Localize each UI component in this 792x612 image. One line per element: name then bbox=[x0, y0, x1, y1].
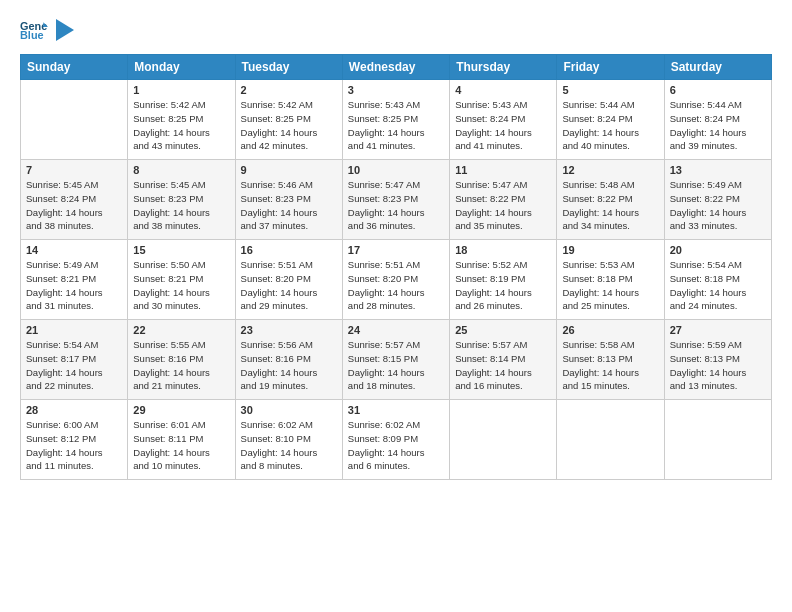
day-info: Sunrise: 5:58 AMSunset: 8:13 PMDaylight:… bbox=[562, 338, 658, 393]
day-number: 5 bbox=[562, 84, 658, 96]
daylight-text: Daylight: 14 hoursand 10 minutes. bbox=[133, 446, 229, 474]
day-number: 7 bbox=[26, 164, 122, 176]
day-info: Sunrise: 5:59 AMSunset: 8:13 PMDaylight:… bbox=[670, 338, 766, 393]
sunset-text: Sunset: 8:23 PM bbox=[133, 192, 229, 206]
calendar-cell bbox=[450, 400, 557, 480]
daylight-text: Daylight: 14 hoursand 31 minutes. bbox=[26, 286, 122, 314]
daylight-text: Daylight: 14 hoursand 33 minutes. bbox=[670, 206, 766, 234]
logo: General Blue bbox=[20, 16, 74, 44]
day-info: Sunrise: 5:47 AMSunset: 8:23 PMDaylight:… bbox=[348, 178, 444, 233]
day-info: Sunrise: 5:53 AMSunset: 8:18 PMDaylight:… bbox=[562, 258, 658, 313]
header-friday: Friday bbox=[557, 55, 664, 80]
day-number: 18 bbox=[455, 244, 551, 256]
day-info: Sunrise: 5:45 AMSunset: 8:23 PMDaylight:… bbox=[133, 178, 229, 233]
calendar-cell: 12Sunrise: 5:48 AMSunset: 8:22 PMDayligh… bbox=[557, 160, 664, 240]
sunset-text: Sunset: 8:18 PM bbox=[562, 272, 658, 286]
daylight-text: Daylight: 14 hoursand 19 minutes. bbox=[241, 366, 337, 394]
day-info: Sunrise: 5:44 AMSunset: 8:24 PMDaylight:… bbox=[670, 98, 766, 153]
header-thursday: Thursday bbox=[450, 55, 557, 80]
sunrise-text: Sunrise: 5:47 AM bbox=[455, 178, 551, 192]
calendar-cell: 26Sunrise: 5:58 AMSunset: 8:13 PMDayligh… bbox=[557, 320, 664, 400]
day-info: Sunrise: 6:01 AMSunset: 8:11 PMDaylight:… bbox=[133, 418, 229, 473]
day-info: Sunrise: 5:43 AMSunset: 8:24 PMDaylight:… bbox=[455, 98, 551, 153]
daylight-text: Daylight: 14 hoursand 11 minutes. bbox=[26, 446, 122, 474]
daylight-text: Daylight: 14 hoursand 42 minutes. bbox=[241, 126, 337, 154]
calendar-cell bbox=[557, 400, 664, 480]
sunrise-text: Sunrise: 5:52 AM bbox=[455, 258, 551, 272]
calendar-cell: 13Sunrise: 5:49 AMSunset: 8:22 PMDayligh… bbox=[664, 160, 771, 240]
calendar-cell: 11Sunrise: 5:47 AMSunset: 8:22 PMDayligh… bbox=[450, 160, 557, 240]
daylight-text: Daylight: 14 hoursand 37 minutes. bbox=[241, 206, 337, 234]
day-info: Sunrise: 5:49 AMSunset: 8:22 PMDaylight:… bbox=[670, 178, 766, 233]
day-info: Sunrise: 5:43 AMSunset: 8:25 PMDaylight:… bbox=[348, 98, 444, 153]
sunrise-text: Sunrise: 5:43 AM bbox=[348, 98, 444, 112]
day-number: 20 bbox=[670, 244, 766, 256]
daylight-text: Daylight: 14 hoursand 28 minutes. bbox=[348, 286, 444, 314]
calendar-cell: 3Sunrise: 5:43 AMSunset: 8:25 PMDaylight… bbox=[342, 80, 449, 160]
day-number: 22 bbox=[133, 324, 229, 336]
calendar-cell: 25Sunrise: 5:57 AMSunset: 8:14 PMDayligh… bbox=[450, 320, 557, 400]
daylight-text: Daylight: 14 hoursand 13 minutes. bbox=[670, 366, 766, 394]
day-number: 16 bbox=[241, 244, 337, 256]
sunrise-text: Sunrise: 5:43 AM bbox=[455, 98, 551, 112]
sunrise-text: Sunrise: 5:48 AM bbox=[562, 178, 658, 192]
day-number: 23 bbox=[241, 324, 337, 336]
calendar-cell: 31Sunrise: 6:02 AMSunset: 8:09 PMDayligh… bbox=[342, 400, 449, 480]
sunset-text: Sunset: 8:13 PM bbox=[562, 352, 658, 366]
day-number: 24 bbox=[348, 324, 444, 336]
calendar-cell: 14Sunrise: 5:49 AMSunset: 8:21 PMDayligh… bbox=[21, 240, 128, 320]
sunrise-text: Sunrise: 5:45 AM bbox=[133, 178, 229, 192]
daylight-text: Daylight: 14 hoursand 21 minutes. bbox=[133, 366, 229, 394]
sunset-text: Sunset: 8:14 PM bbox=[455, 352, 551, 366]
sunrise-text: Sunrise: 6:02 AM bbox=[348, 418, 444, 432]
sunset-text: Sunset: 8:24 PM bbox=[455, 112, 551, 126]
day-info: Sunrise: 5:47 AMSunset: 8:22 PMDaylight:… bbox=[455, 178, 551, 233]
header-wednesday: Wednesday bbox=[342, 55, 449, 80]
calendar-week-row: 14Sunrise: 5:49 AMSunset: 8:21 PMDayligh… bbox=[21, 240, 772, 320]
daylight-text: Daylight: 14 hoursand 38 minutes. bbox=[133, 206, 229, 234]
sunrise-text: Sunrise: 5:44 AM bbox=[562, 98, 658, 112]
day-number: 3 bbox=[348, 84, 444, 96]
sunrise-text: Sunrise: 6:02 AM bbox=[241, 418, 337, 432]
header-saturday: Saturday bbox=[664, 55, 771, 80]
sunset-text: Sunset: 8:22 PM bbox=[670, 192, 766, 206]
sunset-text: Sunset: 8:15 PM bbox=[348, 352, 444, 366]
day-number: 25 bbox=[455, 324, 551, 336]
day-number: 31 bbox=[348, 404, 444, 416]
sunset-text: Sunset: 8:11 PM bbox=[133, 432, 229, 446]
day-number: 9 bbox=[241, 164, 337, 176]
logo-icon: General Blue bbox=[20, 16, 48, 44]
daylight-text: Daylight: 14 hoursand 34 minutes. bbox=[562, 206, 658, 234]
day-number: 12 bbox=[562, 164, 658, 176]
sunrise-text: Sunrise: 5:54 AM bbox=[670, 258, 766, 272]
calendar-cell: 2Sunrise: 5:42 AMSunset: 8:25 PMDaylight… bbox=[235, 80, 342, 160]
day-info: Sunrise: 5:57 AMSunset: 8:15 PMDaylight:… bbox=[348, 338, 444, 393]
sunset-text: Sunset: 8:24 PM bbox=[670, 112, 766, 126]
calendar-cell: 8Sunrise: 5:45 AMSunset: 8:23 PMDaylight… bbox=[128, 160, 235, 240]
daylight-text: Daylight: 14 hoursand 6 minutes. bbox=[348, 446, 444, 474]
sunset-text: Sunset: 8:19 PM bbox=[455, 272, 551, 286]
day-info: Sunrise: 5:48 AMSunset: 8:22 PMDaylight:… bbox=[562, 178, 658, 233]
sunrise-text: Sunrise: 5:54 AM bbox=[26, 338, 122, 352]
sunrise-text: Sunrise: 5:51 AM bbox=[241, 258, 337, 272]
daylight-text: Daylight: 14 hoursand 36 minutes. bbox=[348, 206, 444, 234]
day-info: Sunrise: 5:55 AMSunset: 8:16 PMDaylight:… bbox=[133, 338, 229, 393]
calendar-cell: 27Sunrise: 5:59 AMSunset: 8:13 PMDayligh… bbox=[664, 320, 771, 400]
sunset-text: Sunset: 8:25 PM bbox=[133, 112, 229, 126]
calendar-cell: 19Sunrise: 5:53 AMSunset: 8:18 PMDayligh… bbox=[557, 240, 664, 320]
sunrise-text: Sunrise: 5:42 AM bbox=[241, 98, 337, 112]
sunset-text: Sunset: 8:09 PM bbox=[348, 432, 444, 446]
calendar-page: General Blue Sunday Monday Tuesday Wedne… bbox=[0, 0, 792, 612]
sunset-text: Sunset: 8:24 PM bbox=[26, 192, 122, 206]
daylight-text: Daylight: 14 hoursand 26 minutes. bbox=[455, 286, 551, 314]
day-info: Sunrise: 6:02 AMSunset: 8:10 PMDaylight:… bbox=[241, 418, 337, 473]
sunset-text: Sunset: 8:16 PM bbox=[241, 352, 337, 366]
daylight-text: Daylight: 14 hoursand 24 minutes. bbox=[670, 286, 766, 314]
daylight-text: Daylight: 14 hoursand 35 minutes. bbox=[455, 206, 551, 234]
sunrise-text: Sunrise: 5:42 AM bbox=[133, 98, 229, 112]
day-info: Sunrise: 5:52 AMSunset: 8:19 PMDaylight:… bbox=[455, 258, 551, 313]
calendar-cell: 22Sunrise: 5:55 AMSunset: 8:16 PMDayligh… bbox=[128, 320, 235, 400]
day-info: Sunrise: 5:49 AMSunset: 8:21 PMDaylight:… bbox=[26, 258, 122, 313]
sunset-text: Sunset: 8:23 PM bbox=[348, 192, 444, 206]
calendar-cell: 9Sunrise: 5:46 AMSunset: 8:23 PMDaylight… bbox=[235, 160, 342, 240]
